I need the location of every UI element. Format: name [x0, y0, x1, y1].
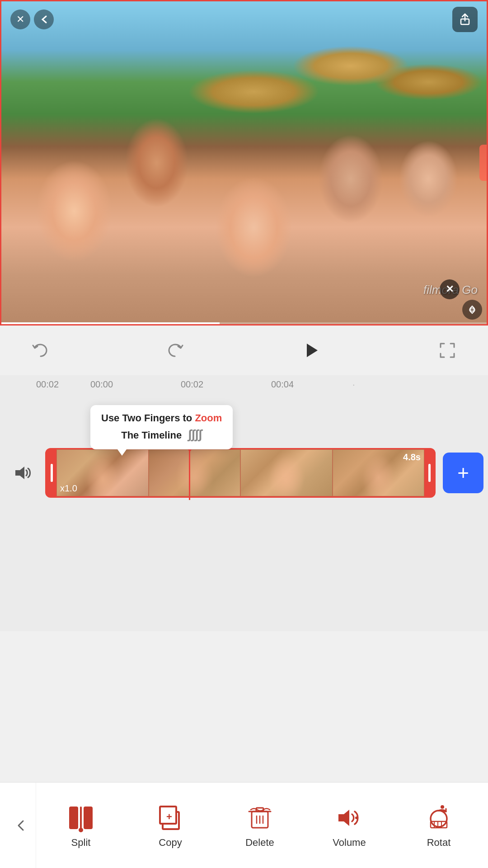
fullscreen-button[interactable]	[434, 337, 461, 364]
volume-label: Volume	[333, 837, 366, 849]
hat-overlay	[1, 1, 487, 324]
undo-button[interactable]	[27, 337, 54, 364]
zoom-tooltip: Use Two Fingers to Zoom The Timeline ∫∫∫…	[90, 405, 233, 449]
split-label: Split	[71, 837, 91, 849]
play-button[interactable]	[295, 335, 327, 366]
video-overlay-close[interactable]: ✕	[440, 279, 460, 299]
bottom-toolbar: Split + Copy	[0, 782, 488, 868]
delete-icon	[244, 802, 275, 833]
top-left-controls: ✕	[10, 9, 54, 29]
squiggle-decoration: ∫∫∫∫	[188, 427, 202, 441]
ruler-time-dot: ·	[352, 379, 355, 390]
svg-point-1	[470, 308, 474, 311]
timeline-tracks: 4.8s x1.0 +	[0, 446, 488, 500]
track-volume-icon[interactable]	[5, 464, 41, 482]
share-button[interactable]	[452, 7, 478, 32]
close-button[interactable]: ✕	[10, 9, 30, 29]
toolbar-item-copy[interactable]: + Copy	[136, 802, 204, 849]
toolbar-items: Split + Copy	[36, 802, 483, 849]
tooltip-text: Use Two Fingers to Zoom The Timeline ∫∫∫…	[101, 411, 222, 443]
copy-rect-front: +	[159, 806, 177, 825]
svg-marker-10	[338, 810, 349, 826]
copy-plus-sign: +	[166, 811, 172, 823]
toolbar-item-delete[interactable]: Delete	[226, 802, 294, 849]
ruler-time-3: 00:04	[271, 379, 294, 390]
empty-tracks-area	[0, 505, 488, 631]
svg-point-17	[441, 805, 444, 809]
timeline-section: 00:02 00:00 00:02 00:04 · Use Two Finger…	[0, 375, 488, 505]
toolbar-item-volume[interactable]: Volume	[315, 802, 383, 849]
split-icon-visual	[69, 807, 93, 829]
copy-icon: +	[155, 802, 186, 833]
toolbar-item-split[interactable]: Split	[47, 802, 115, 849]
video-progress-bar[interactable]	[1, 322, 487, 324]
video-clip[interactable]: 4.8s x1.0	[45, 448, 436, 498]
handle-bar-left	[51, 464, 53, 482]
rotate-icon	[423, 802, 454, 833]
svg-marker-2	[307, 344, 318, 357]
toolbar-item-rotate[interactable]: Rotat	[405, 802, 473, 849]
toolbar-back-button[interactable]	[5, 783, 36, 868]
playback-controls	[0, 326, 488, 375]
volume-toolbar-icon	[334, 802, 365, 833]
svg-point-12	[431, 811, 447, 827]
ruler-time-1: 00:00	[90, 379, 113, 390]
delete-label: Delete	[245, 837, 274, 849]
handle-bar-right	[428, 464, 431, 482]
progress-fill	[1, 322, 220, 324]
split-icon	[66, 802, 96, 833]
add-clip-button[interactable]: +	[443, 453, 483, 493]
clip-handle-right[interactable]	[424, 449, 434, 496]
side-handle[interactable]	[479, 145, 487, 181]
svg-marker-3	[15, 467, 24, 479]
clip-handle-left[interactable]	[47, 449, 56, 496]
video-expand-button[interactable]	[462, 300, 482, 320]
back-arrow-button[interactable]	[34, 9, 54, 29]
tooltip-area: Use Two Fingers to Zoom The Timeline ∫∫∫…	[0, 392, 488, 446]
rotate-label: Rotat	[427, 837, 451, 849]
ruler-time-0: 00:02	[36, 379, 59, 390]
svg-point-11	[355, 816, 358, 819]
copy-icon-visual: +	[159, 806, 182, 830]
clip-frame-3	[240, 449, 333, 496]
clip-frames	[56, 449, 424, 496]
video-preview: ✕ filmora Go ✕	[0, 0, 488, 326]
timeline-ruler: 00:02 00:00 00:02 00:04 ·	[36, 375, 438, 392]
ruler-time-2: 00:02	[181, 379, 203, 390]
copy-label: Copy	[159, 837, 182, 849]
clip-duration-label: 4.8s	[403, 452, 421, 462]
video-top-bar: ✕	[1, 1, 487, 38]
clip-speed-label: x1.0	[60, 483, 77, 494]
clip-frame-2	[149, 449, 241, 496]
redo-button[interactable]	[161, 337, 188, 364]
